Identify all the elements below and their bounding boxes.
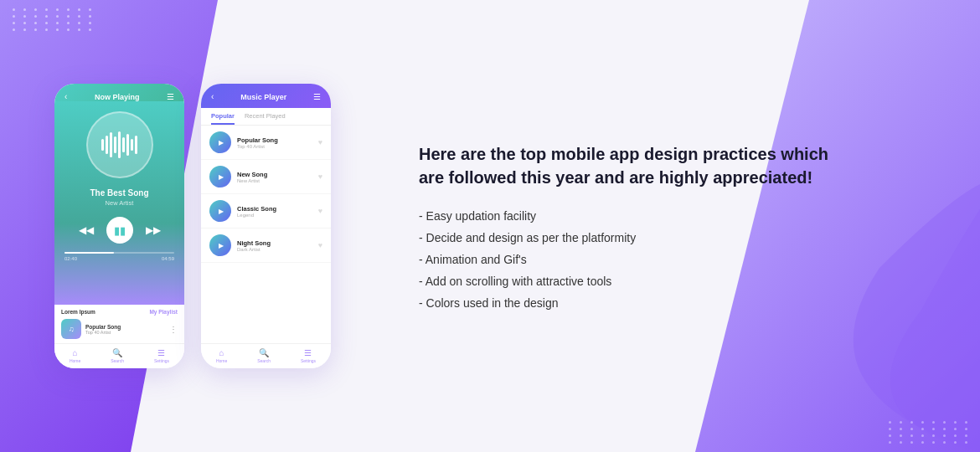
progress-times: 02:40 04:59	[64, 256, 174, 261]
play-btn-4[interactable]: ▶	[209, 234, 231, 256]
play-icon-3: ▶	[219, 208, 224, 215]
play-btn-2[interactable]: ▶	[209, 166, 231, 187]
song-artist-1: Top 40 Artist	[237, 144, 312, 149]
tab-popular[interactable]: Popular	[211, 112, 235, 125]
menu-icon[interactable]: ☰	[167, 92, 174, 101]
list-item[interactable]: ▶ New Song New Artist ♥	[201, 160, 331, 194]
phone1-body: The Best Song New Artist ◀◀ ▮▮ ▶▶ 02:40 …	[54, 101, 184, 305]
phone2-back-icon[interactable]: ‹	[211, 92, 214, 101]
player-controls: ◀◀ ▮▮ ▶▶	[78, 217, 162, 244]
home-label: Home	[70, 358, 80, 363]
phone1-artist: New Artist	[106, 199, 134, 207]
phone1-nav: ⌂ Home 🔍 Search ☰ Settings	[54, 343, 184, 368]
text-section: Here are the top mobile app design pract…	[385, 117, 980, 335]
play-icon-4: ▶	[219, 242, 224, 249]
phone2-nav: ⌂ Home 🔍 Search ☰ Settings	[201, 343, 331, 368]
heart-icon-1[interactable]: ♥	[318, 138, 322, 146]
play-icon-1: ▶	[219, 139, 224, 146]
feature-item-5: - Colors used in the design	[419, 296, 938, 310]
phone1-nav-home[interactable]: ⌂ Home	[70, 348, 80, 363]
phone2-tabs: Popular Recent Played	[201, 108, 331, 126]
heart-icon-3[interactable]: ♥	[318, 207, 322, 215]
song-artist-2: New Artist	[237, 178, 312, 183]
song-info-2: New Song New Artist	[237, 171, 312, 183]
phone-music-player: ‹ Music Player ☰ Popular Recent Played ▶…	[201, 84, 331, 368]
phone1-song-title: The Best Song	[90, 188, 148, 198]
playlist-item: ♫ Popular Song Top 40 Artist ⋮	[61, 319, 178, 339]
play-btn-1[interactable]: ▶	[209, 131, 231, 153]
phone1-nav-search[interactable]: 🔍 Search	[111, 348, 124, 363]
heart-icon-2[interactable]: ♥	[318, 172, 322, 181]
heart-icon-4[interactable]: ♥	[318, 241, 322, 249]
feature-item-3: - Animation and Gif's	[419, 253, 938, 266]
settings-label: Settings	[154, 358, 169, 363]
main-container: ‹ Now Playing ☰	[0, 0, 980, 452]
play-button[interactable]: ▮▮	[106, 217, 133, 244]
song-info-4: Night Song Dark Artist	[237, 239, 312, 252]
phone2-settings-icon: ☰	[304, 348, 312, 357]
phone1-title: Now Playing	[67, 93, 167, 101]
list-item[interactable]: ▶ Night Song Dark Artist ♥	[201, 229, 331, 263]
list-item[interactable]: ▶ Classic Song Legend ♥	[201, 194, 331, 229]
feature-list: - Easy updation facility - Decide and de…	[419, 209, 938, 310]
song-info-1: Popular Song Top 40 Artist	[237, 136, 312, 149]
phone-now-playing: ‹ Now Playing ☰	[54, 84, 184, 368]
phones-section: ‹ Now Playing ☰	[0, 0, 385, 452]
phone2-home-label: Home	[216, 358, 227, 363]
home-icon: ⌂	[73, 348, 78, 357]
phone2-search-label: Search	[257, 358, 271, 363]
feature-item-1: - Easy updation facility	[419, 209, 938, 223]
next-button[interactable]: ▶▶	[145, 222, 162, 239]
playlist-thumb: ♫	[61, 319, 81, 339]
playlist-label: Lorem Ipsum	[61, 309, 95, 315]
time-total: 04:59	[162, 256, 174, 261]
playlist-more-icon[interactable]: ⋮	[169, 325, 178, 334]
play-icon-2: ▶	[219, 173, 224, 181]
soundwave	[101, 130, 137, 160]
song-name-2: New Song	[237, 171, 312, 178]
play-btn-3[interactable]: ▶	[209, 200, 231, 222]
search-icon: 🔍	[112, 348, 122, 357]
playlist-header: Lorem Ipsum My Playlist	[61, 309, 178, 315]
phone2-settings-label: Settings	[301, 358, 316, 363]
settings-icon: ☰	[157, 348, 165, 357]
song-list: ▶ Popular Song Top 40 Artist ♥ ▶ New Son…	[201, 126, 331, 343]
phone2-home-icon: ⌂	[219, 348, 224, 357]
playlist-song: Popular Song	[85, 324, 165, 330]
progress-track[interactable]	[64, 252, 174, 254]
song-name-1: Popular Song	[237, 136, 312, 144]
phone2-nav-settings[interactable]: ☰ Settings	[301, 348, 316, 363]
tab-recent[interactable]: Recent Played	[245, 112, 286, 125]
playlist-info: Popular Song Top 40 Artist	[85, 324, 165, 335]
progress-section: 02:40 04:59	[64, 252, 174, 261]
song-artist-3: Legend	[237, 213, 312, 218]
main-heading: Here are the top mobile app design pract…	[419, 142, 854, 189]
progress-fill	[64, 252, 114, 254]
phone2-title: Music Player	[240, 93, 286, 101]
song-artist-4: Dark Artist	[237, 247, 312, 252]
playlist-artist: Top 40 Artist	[85, 330, 165, 335]
phone2-header: ‹ Music Player ☰	[201, 84, 331, 108]
list-item[interactable]: ▶ Popular Song Top 40 Artist ♥	[201, 126, 331, 160]
playlist-section: Lorem Ipsum My Playlist ♫ Popular Song T…	[54, 305, 184, 343]
album-art	[86, 111, 153, 178]
song-name-4: Night Song	[237, 239, 312, 247]
search-label: Search	[111, 358, 124, 363]
phone1-header: ‹ Now Playing ☰	[54, 84, 184, 101]
song-name-3: Classic Song	[237, 205, 312, 213]
phone2-nav-home[interactable]: ⌂ Home	[216, 348, 227, 363]
phone2-menu-icon[interactable]: ☰	[313, 92, 321, 101]
song-info-3: Classic Song Legend	[237, 205, 312, 218]
phone1-nav-settings[interactable]: ☰ Settings	[154, 348, 169, 363]
feature-item-4: - Add on scrolling with attractive tools	[419, 275, 938, 288]
playlist-link[interactable]: My Playlist	[149, 309, 178, 315]
feature-item-2: - Decide and design as per the platformi…	[419, 231, 938, 244]
phone2-nav-search[interactable]: 🔍 Search	[257, 348, 271, 363]
time-current: 02:40	[64, 256, 77, 261]
phone2-search-icon: 🔍	[259, 348, 269, 357]
prev-button[interactable]: ◀◀	[78, 222, 95, 239]
